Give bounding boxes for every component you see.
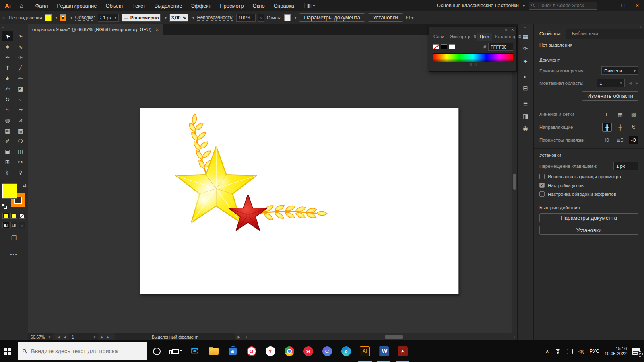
menu-window[interactable]: Окно (248, 3, 269, 9)
status-display[interactable]: Выделенный фрагмент (115, 333, 235, 341)
swap-fill-stroke-icon[interactable]: ⇄ (23, 183, 26, 188)
stroke-chevron-icon[interactable]: ▾ (70, 16, 72, 20)
volume-icon[interactable]: ◁)) (578, 349, 584, 354)
wifi-icon[interactable] (554, 349, 561, 354)
show-guides-icon[interactable]: ╫ (602, 123, 612, 132)
quick-preferences-button[interactable]: Установки (539, 226, 638, 235)
preferences-button[interactable]: Установки (368, 13, 403, 22)
swatches-icon[interactable]: ▦ (520, 31, 531, 42)
taskbar-explorer-icon[interactable] (204, 340, 223, 362)
eyedropper-tool[interactable]: ✐ (2, 136, 13, 146)
document-tab-close-icon[interactable]: ✕ (155, 27, 159, 32)
taskbar-yandex-browser-icon[interactable]: Y (261, 340, 280, 362)
document-setup-button[interactable]: Параметры документа (299, 13, 365, 22)
white-swatch[interactable] (449, 44, 455, 49)
paintbrush-tool[interactable]: ✏ (15, 73, 26, 83)
slice-tool[interactable]: ✂ (15, 157, 26, 167)
magic-wand-tool[interactable]: ✶ (2, 42, 13, 52)
star-shape-tool[interactable]: ★ (2, 73, 13, 83)
draw-inside-button[interactable]: ◎ (19, 222, 25, 228)
horizontal-scrollbar[interactable]: ‹ › (244, 333, 517, 341)
screen-mode-icon[interactable]: ❐ (11, 234, 17, 242)
symbols-icon[interactable]: ♣ (520, 56, 531, 66)
taskbar-word-icon[interactable]: W (374, 340, 393, 362)
toolbar-collapse-icon[interactable]: « (0, 24, 28, 31)
tray-chevron-icon[interactable]: ∧ (545, 348, 549, 354)
color-panel-tab-export[interactable]: Экспорт р (448, 34, 473, 39)
taskbar-yandex-icon[interactable]: Я (299, 340, 318, 362)
grid-icon[interactable]: ▦ (615, 110, 625, 119)
panel-grip[interactable]: ⠿ (2, 16, 6, 20)
color-panel-tab-layers[interactable]: Слои (431, 34, 447, 39)
brush-definition-select[interactable]: 3,00∿ (169, 14, 188, 22)
shape-builder-tool[interactable]: ◍ (2, 115, 13, 125)
horizontal-scrollbar-thumb[interactable] (385, 335, 403, 339)
stroke-width-field[interactable]: ▴▾ 1 px▾ (98, 14, 119, 22)
pen-tool[interactable]: ✒ (2, 52, 13, 62)
menu-file[interactable]: Файл (31, 3, 52, 9)
perspective-grid-tool[interactable]: ⊿ (15, 115, 26, 125)
workspace-chevron-icon[interactable]: ▾ (523, 4, 525, 8)
width-tool[interactable]: ≋ (2, 105, 13, 115)
menu-effect[interactable]: Эффект (186, 3, 215, 9)
symbol-sprayer-tool[interactable]: ▣ (2, 146, 13, 156)
document-tab[interactable]: открытка к 9 мая* @ 66,67% (RGB/Предпрос… (28, 24, 163, 35)
graphic-styles-icon[interactable]: ◉ (520, 123, 531, 134)
brush-chevron-icon[interactable]: ▾ (192, 16, 194, 20)
keyboard-increment-field[interactable]: 1 px (613, 162, 638, 170)
language-indicator[interactable]: РУС (590, 348, 599, 354)
black-swatch[interactable] (441, 44, 447, 49)
free-transform-tool[interactable]: ▱ (15, 105, 26, 115)
artboard-navigation-select[interactable]: 1▾ (69, 333, 98, 341)
taskbar-corel-icon[interactable]: C (318, 340, 336, 362)
use-preview-bounds-checkbox[interactable] (539, 174, 545, 179)
opacity-label[interactable]: Непрозрачность: (197, 15, 233, 21)
default-fill-stroke-icon[interactable] (2, 204, 7, 209)
restore-button[interactable]: ❐ (617, 0, 630, 11)
snap-options-icon[interactable]: ⊡ ▾ (406, 14, 414, 21)
tab-libraries[interactable]: Библиотеки (566, 29, 604, 39)
taskbar-opera-icon[interactable]: O (242, 340, 261, 362)
opacity-expander-icon[interactable]: › (258, 14, 264, 22)
stroke-color-swatch[interactable] (60, 14, 66, 21)
smart-guides-icon[interactable]: ↯ (629, 123, 638, 132)
menu-help[interactable]: Справка (269, 3, 299, 9)
clock[interactable]: 15:16 10.05.2022 (605, 346, 627, 356)
home-icon[interactable]: ⌂ (15, 2, 28, 9)
variable-width-profile-select[interactable]: —Равномерно (122, 14, 161, 22)
scale-tool[interactable]: ↔ (15, 94, 26, 104)
stroke-icon[interactable]: ≣ (520, 99, 531, 109)
zoom-tool[interactable]: ⚲ (15, 167, 26, 177)
display-icon[interactable] (567, 349, 573, 354)
draw-behind-button[interactable]: ◨ (10, 222, 17, 228)
start-button[interactable] (0, 340, 18, 362)
next-artboard-icon[interactable]: ▶ (636, 81, 638, 85)
menu-type[interactable]: Текст (128, 3, 150, 9)
rotate-tool[interactable]: ↻ (2, 94, 13, 104)
dock-collapse-icon[interactable]: « (518, 24, 533, 31)
artboard-select[interactable]: 1▾ (597, 79, 625, 87)
eraser-tool[interactable]: ◪ (15, 84, 26, 94)
windows-search-box[interactable]: ⚲ (18, 342, 147, 360)
quick-document-setup-button[interactable]: Параметры документа (539, 213, 638, 222)
lasso-tool[interactable]: ∿ (15, 42, 26, 52)
color-panel-close-icon[interactable]: ✕ (511, 28, 514, 32)
color-panel-resize-grip[interactable]: ||||||| (429, 62, 516, 66)
snap-to-grid-icon[interactable]: ⊞Ɔ (615, 136, 625, 144)
style-chevron-icon[interactable]: ▾ (295, 16, 297, 20)
color-panel-menu-icon[interactable]: ≡ (518, 34, 521, 39)
scale-corners-checkbox[interactable]: ✔ (539, 183, 545, 188)
zoom-level-select[interactable]: 66,67%▾ (28, 333, 53, 341)
status-display-arrow-icon[interactable]: ▶ (235, 333, 244, 341)
units-select[interactable]: Пиксели▾ (601, 66, 638, 75)
taskbar-illustrator-icon[interactable]: Ai (355, 340, 374, 362)
gradient-button[interactable] (10, 213, 17, 219)
scroll-left-icon[interactable]: ‹ (246, 333, 247, 341)
color-panel-tab-color[interactable]: Цвет (477, 33, 492, 41)
transparency-grid-icon[interactable]: ▨ (629, 110, 638, 119)
color-panel-tab-catalog[interactable]: Каталог ц (493, 34, 517, 39)
gradient-tool[interactable]: ▩ (15, 125, 26, 136)
taskbar-cortana-icon[interactable] (147, 340, 166, 362)
brushes-icon[interactable]: ✑ (520, 43, 531, 54)
taskbar-task-view-icon[interactable] (166, 340, 185, 362)
